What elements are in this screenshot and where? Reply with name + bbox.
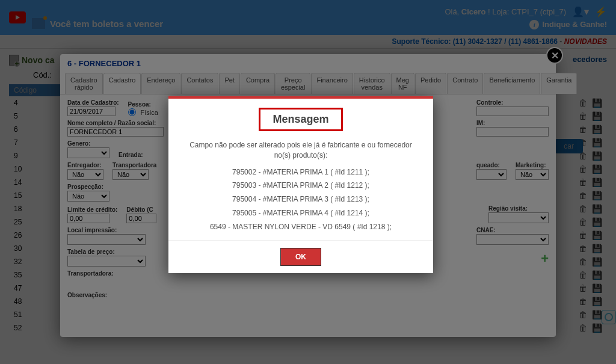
message-item: 795004 - #MATERIA PRIMA 3 ( #Id 1213 );	[183, 193, 418, 206]
message-body[interactable]: Campo não pode ser alterado pois ele já …	[168, 140, 433, 240]
message-item: 795003 - #MATERIA PRIMA 2 ( #Id 1212 );	[183, 179, 418, 193]
message-title: Mensagem	[259, 108, 342, 131]
message-item: 795002 - #MATERIA PRIMA 1 ( #Id 1211 );	[183, 165, 418, 179]
message-item: 6549 - MASTER NYLON VERDE - VD 6549 ( #I…	[183, 220, 418, 234]
message-modal: Mensagem Campo não pode ser alterado poi…	[168, 96, 433, 273]
message-intro: Campo não pode ser alterado pois ele já …	[183, 140, 418, 161]
message-item: 795005 - #MATERIA PRIMA 4 ( #Id 1214 );	[183, 206, 418, 220]
ok-button[interactable]: OK	[280, 248, 321, 266]
